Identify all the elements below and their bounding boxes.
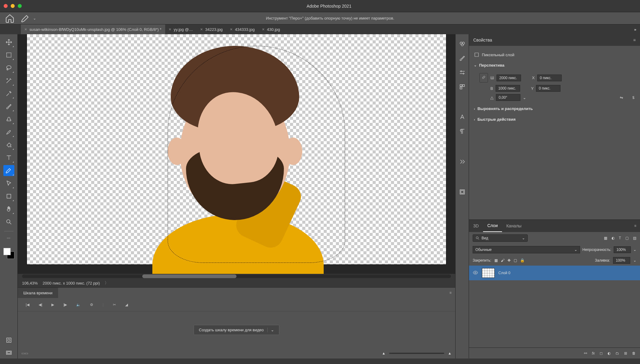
magic-wand-tool[interactable] xyxy=(3,75,14,86)
filter-smart-icon[interactable]: ▤ xyxy=(633,236,636,240)
document-tab[interactable]: × yy.jpg @… xyxy=(165,24,197,34)
paragraph-panel-icon[interactable] xyxy=(459,128,466,136)
character-panel-icon[interactable] xyxy=(459,114,466,121)
marquee-tool[interactable] xyxy=(3,50,14,61)
zoom-slider[interactable] xyxy=(389,353,444,354)
brush-panel-icon[interactable] xyxy=(459,55,466,62)
panel-menu-icon[interactable]: ≡ xyxy=(446,291,455,295)
pen-tool[interactable] xyxy=(3,165,14,176)
actions-panel-icon[interactable] xyxy=(459,158,466,166)
paint-bucket-tool[interactable] xyxy=(3,139,14,150)
color-swatches[interactable] xyxy=(3,248,14,259)
transform-section-header[interactable]: ⌄Перспектива xyxy=(474,60,635,71)
blend-mode-select[interactable]: Обычные ⌄ xyxy=(473,246,580,253)
quick-actions-section-header[interactable]: ›Быстрые действия xyxy=(474,114,635,125)
visibility-toggle[interactable] xyxy=(473,270,478,276)
brush-tool[interactable] xyxy=(3,101,14,112)
zoom-level[interactable]: 106,43% xyxy=(22,281,38,285)
color-panel-icon[interactable] xyxy=(459,40,466,48)
close-tab-icon[interactable]: × xyxy=(262,27,264,32)
lock-position-button[interactable]: ✥ xyxy=(508,258,511,263)
zoom-in-icon[interactable]: ▲ xyxy=(448,351,452,355)
path-select-tool[interactable] xyxy=(3,178,14,189)
filter-type-icon[interactable]: T xyxy=(619,236,621,240)
lasso-tool[interactable] xyxy=(3,62,14,73)
link-wh-button[interactable] xyxy=(479,73,488,83)
angle-input[interactable]: 0,00° xyxy=(496,94,520,101)
panel-menu-icon[interactable]: ≡ xyxy=(633,38,636,42)
new-layer-button[interactable]: ⊞ xyxy=(624,351,627,355)
more-tabs-button[interactable]: » xyxy=(631,27,640,32)
y-input[interactable]: 0 пикс. xyxy=(536,85,560,92)
timeline-mode-toggle[interactable]: ▭▭ xyxy=(21,351,28,355)
timeline-tab[interactable]: Шкала времени xyxy=(18,288,58,298)
layer-mask-button[interactable]: ◻ xyxy=(600,351,603,355)
adjustment-layer-button[interactable]: ◐ xyxy=(608,351,611,355)
history-panel-icon[interactable] xyxy=(459,189,466,196)
create-video-timeline-button[interactable]: Создать шкалу времени для видео ⌄ xyxy=(194,325,279,335)
layer-style-button[interactable]: fx xyxy=(592,351,595,355)
filter-shape-icon[interactable]: ▢ xyxy=(625,236,629,240)
width-input[interactable]: 2000 пикс. xyxy=(497,75,521,81)
maximize-window-button[interactable] xyxy=(18,4,22,8)
layer-name[interactable]: Слой 0 xyxy=(498,271,510,275)
prev-frame-button[interactable]: ◀| xyxy=(39,303,42,307)
x-input[interactable]: 0 пикс. xyxy=(537,75,562,81)
document-tab[interactable]: × 434333.jpg xyxy=(226,24,259,34)
fill-dropdown[interactable]: ⌄ xyxy=(633,258,636,263)
layer-filter-select[interactable]: Вид ⌄ xyxy=(473,234,528,242)
document-tab[interactable]: × 34223.jpg xyxy=(197,24,226,34)
document-tab[interactable]: × susan-wilkinson-BfWDyQ10uMk-unsplash.j… xyxy=(21,24,165,34)
tool-dropdown-chevron[interactable]: ⌄ xyxy=(33,16,36,20)
zoom-out-icon[interactable]: ▲ xyxy=(382,351,385,355)
history-brush-tool[interactable] xyxy=(3,127,14,138)
edit-toolbar-button[interactable]: ⋯ xyxy=(3,235,14,241)
tab-channels[interactable]: Каналы xyxy=(502,220,526,232)
delete-layer-button[interactable]: 🗑 xyxy=(632,351,636,355)
shape-tool[interactable] xyxy=(3,191,14,202)
current-tool-icon[interactable] xyxy=(21,13,31,23)
type-tool[interactable] xyxy=(3,152,14,163)
next-frame-button[interactable]: |▶ xyxy=(63,303,67,307)
height-input[interactable]: 1000 пикс. xyxy=(496,85,520,92)
close-tab-icon[interactable]: × xyxy=(24,27,27,32)
audio-button[interactable]: 🔈 xyxy=(76,303,81,307)
home-button[interactable] xyxy=(5,13,15,23)
horizontal-scrollbar[interactable] xyxy=(18,274,455,279)
transition-button[interactable]: ◢ xyxy=(125,303,128,307)
flip-vertical-button[interactable]: ⥮ xyxy=(632,95,635,100)
chevron-down-icon[interactable]: ⌄ xyxy=(267,328,274,332)
fill-input[interactable]: 100% xyxy=(613,257,630,264)
eyedropper-tool[interactable] xyxy=(3,88,14,99)
close-tab-icon[interactable]: × xyxy=(169,27,171,32)
flip-horizontal-button[interactable]: ⇋ xyxy=(620,95,623,100)
group-button[interactable]: 🗀 xyxy=(616,351,619,355)
libraries-panel-icon[interactable] xyxy=(459,83,466,91)
align-section-header[interactable]: ›Выровнять и распределить xyxy=(474,103,635,114)
quick-mask-button[interactable] xyxy=(3,335,14,346)
close-tab-icon[interactable]: × xyxy=(230,27,233,32)
filter-pixel-icon[interactable]: ▦ xyxy=(604,236,607,240)
tab-3d[interactable]: 3D xyxy=(469,220,483,232)
status-menu-chevron[interactable]: 〉 xyxy=(105,280,109,286)
panel-menu-icon[interactable]: ≡ xyxy=(631,224,640,228)
opacity-dropdown[interactable]: ⌄ xyxy=(633,248,636,252)
zoom-tool[interactable] xyxy=(3,216,14,227)
close-tab-icon[interactable]: × xyxy=(200,27,203,32)
layer-thumbnail[interactable] xyxy=(482,268,495,278)
opacity-input[interactable]: 100% xyxy=(614,246,631,253)
document-canvas[interactable] xyxy=(27,34,446,264)
stamp-tool[interactable] xyxy=(3,114,14,125)
settings-button[interactable]: ⚙ xyxy=(90,303,93,307)
link-layers-button[interactable]: ⚯ xyxy=(584,351,587,355)
go-first-frame-button[interactable]: |◀ xyxy=(26,303,29,307)
split-button[interactable]: ✂ xyxy=(113,303,116,307)
lock-artboard-button[interactable]: ▢ xyxy=(514,258,517,263)
canvas-area[interactable] xyxy=(18,34,455,274)
angle-dropdown[interactable]: ⌄ xyxy=(523,95,526,100)
properties-panel-header[interactable]: Свойства ≡ xyxy=(469,34,640,46)
foreground-color[interactable] xyxy=(3,248,11,255)
lock-pixels-button[interactable]: 🖌 xyxy=(501,258,504,263)
layer-row[interactable]: Слой 0 xyxy=(469,266,640,280)
document-tab[interactable]: × 430.jpg xyxy=(258,24,284,34)
